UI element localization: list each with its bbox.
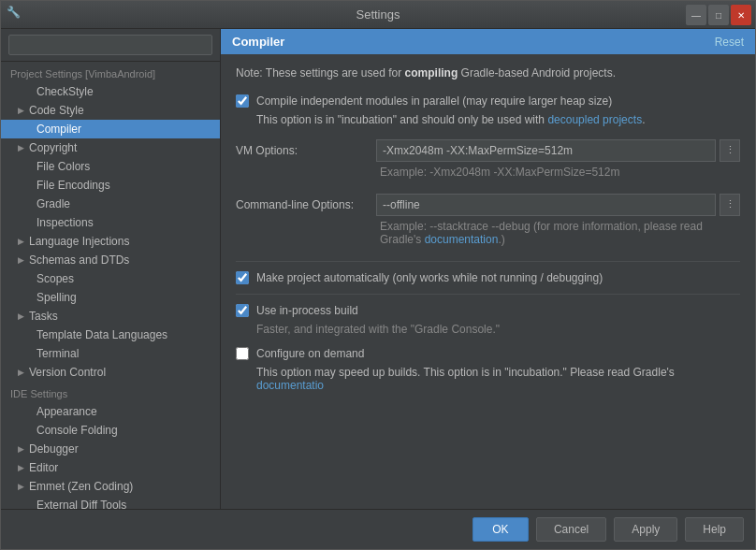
button-bar: OK Cancel Apply Help	[1, 509, 755, 549]
configure-on-demand-checkbox[interactable]	[236, 347, 249, 360]
sidebar-item-compiler[interactable]: Compiler	[1, 120, 220, 138]
vm-options-input-wrap: ⋮	[376, 139, 740, 162]
sidebar-item-language-injections[interactable]: ▶ Language Injections	[1, 232, 220, 251]
help-button[interactable]: Help	[685, 517, 744, 542]
configure-on-demand-desc: This option may speed up builds. This op…	[236, 366, 740, 392]
in-process-label[interactable]: Use in-process build	[256, 304, 358, 317]
sidebar-item-code-style[interactable]: ▶ Code Style	[1, 101, 220, 120]
search-box	[1, 29, 220, 62]
parallel-checkbox-row: Compile independent modules in parallel …	[236, 94, 740, 108]
arrow-icon: ▶	[14, 255, 27, 265]
incubation-text: This option is in "incubation" and shoul…	[236, 113, 740, 126]
window-controls: — □ ✕	[686, 5, 751, 25]
sidebar-label-code-style: Code Style	[27, 103, 86, 118]
cmdline-example-suffix: .)	[498, 233, 504, 246]
arrow-icon: ▶	[14, 444, 27, 454]
cmdline-options-input-wrap: ⋮	[376, 194, 740, 216]
cmdline-options-input[interactable]	[376, 194, 716, 216]
sidebar-item-appearance[interactable]: Appearance	[1, 402, 220, 421]
auto-make-label[interactable]: Make project automatically (only works w…	[256, 271, 603, 284]
sidebar-item-editor[interactable]: ▶ Editor	[1, 458, 220, 477]
note-suffix: Gradle-based Android projects.	[458, 66, 616, 80]
sidebar-label-editor: Editor	[27, 460, 60, 475]
settings-header: Compiler Reset	[221, 29, 755, 54]
note-prefix: Note: These settings are used for	[236, 66, 405, 80]
sidebar-item-template-data-languages[interactable]: Template Data Languages	[1, 326, 220, 344]
maximize-button[interactable]: □	[708, 5, 729, 25]
cmdline-doc-link[interactable]: documentation	[425, 233, 499, 246]
window-title: Settings	[356, 7, 400, 22]
close-button[interactable]: ✕	[731, 5, 751, 25]
sidebar-item-gradle[interactable]: Gradle	[1, 195, 220, 213]
sidebar-label-language-injections: Language Injections	[27, 234, 131, 249]
sidebar-label-gradle: Gradle	[35, 196, 72, 211]
sidebar-label-version-control: Version Control	[27, 365, 108, 380]
sidebar-ide-header: IDE Settings	[1, 382, 220, 402]
sidebar-item-version-control[interactable]: ▶ Version Control	[1, 363, 220, 382]
decoupled-projects-link[interactable]: decoupled projects	[547, 113, 642, 126]
cmdline-options-row: Command-line Options: ⋮	[236, 194, 740, 216]
auto-make-checkbox[interactable]	[236, 271, 249, 284]
sidebar-item-schemas-dtds[interactable]: ▶ Schemas and DTDs	[1, 251, 220, 269]
sidebar-item-file-encodings[interactable]: File Encodings	[1, 176, 220, 195]
sidebar-label-template-data-languages: Template Data Languages	[35, 327, 169, 342]
configure-on-demand-doc-link[interactable]: documentatio	[256, 379, 324, 392]
configure-on-demand-row: Configure on demand	[236, 347, 740, 360]
vm-options-browse-button[interactable]: ⋮	[720, 139, 740, 162]
configure-on-demand-label[interactable]: Configure on demand	[256, 347, 364, 360]
ok-button[interactable]: OK	[472, 517, 529, 542]
app-icon: 🔧	[7, 6, 25, 24]
arrow-icon: ▶	[14, 311, 27, 321]
sidebar-label-file-encodings: File Encodings	[35, 178, 112, 193]
sidebar-item-inspections[interactable]: Inspections	[1, 213, 220, 232]
minimize-button[interactable]: —	[686, 5, 706, 25]
sidebar-label-tasks: Tasks	[27, 309, 60, 324]
sidebar-label-debugger: Debugger	[27, 441, 80, 456]
sidebar-item-external-diff-tools[interactable]: External Diff Tools	[1, 496, 220, 509]
sidebar-label-checkstyle: CheckStyle	[35, 84, 95, 99]
sidebar-label-scopes: Scopes	[35, 271, 76, 286]
configure-on-demand-desc-prefix: This option may speed up builds. This op…	[256, 366, 675, 379]
settings-section-title: Compiler	[232, 35, 284, 49]
apply-button[interactable]: Apply	[614, 517, 677, 542]
sidebar-item-terminal[interactable]: Terminal	[1, 344, 220, 363]
sidebar-item-checkstyle[interactable]: CheckStyle	[1, 82, 220, 101]
sidebar-label-terminal: Terminal	[35, 346, 80, 361]
sidebar-item-copyright[interactable]: ▶ Copyright	[1, 138, 220, 157]
sidebar-item-spelling[interactable]: Spelling	[1, 288, 220, 307]
title-bar: 🔧 Settings — □ ✕	[1, 1, 755, 29]
incubation-text-2: .	[642, 113, 645, 126]
sidebar-item-emmet[interactable]: ▶ Emmet (Zen Coding)	[1, 477, 220, 496]
sidebar-label-console-folding: Console Folding	[35, 423, 120, 438]
sidebar-item-tasks[interactable]: ▶ Tasks	[1, 307, 220, 326]
search-input[interactable]	[8, 35, 212, 55]
sidebar-item-debugger[interactable]: ▶ Debugger	[1, 440, 220, 458]
arrow-icon: ▶	[14, 463, 27, 472]
sidebar-label-appearance: Appearance	[35, 404, 99, 419]
sidebar-label-spelling: Spelling	[35, 290, 79, 305]
cmdline-options-label: Command-line Options:	[236, 198, 376, 211]
in-process-checkbox[interactable]	[236, 304, 249, 317]
sidebar-item-scopes[interactable]: Scopes	[1, 269, 220, 288]
sidebar-label-external-diff-tools: External Diff Tools	[35, 498, 128, 509]
note-bold: compiling	[405, 66, 458, 80]
vm-options-input[interactable]	[376, 139, 716, 162]
sidebar-tree: Project Settings [VimbaAndroid] CheckSty…	[1, 62, 220, 509]
separator2	[236, 294, 740, 295]
sidebar-item-file-colors[interactable]: File Colors	[1, 157, 220, 176]
vm-options-row: VM Options: ⋮	[236, 139, 740, 162]
sidebar-item-console-folding[interactable]: Console Folding	[1, 421, 220, 440]
reset-link[interactable]: Reset	[715, 36, 744, 49]
cmdline-options-example: Example: --stacktrace --debug (for more …	[236, 220, 740, 246]
in-process-desc: Faster, and integrated with the "Gradle …	[236, 323, 740, 336]
main-content: Compiler Reset Note: These settings are …	[221, 29, 755, 509]
arrow-icon: ▶	[14, 482, 27, 491]
sidebar-label-copyright: Copyright	[27, 140, 79, 155]
settings-body: Note: These settings are used for compil…	[221, 54, 755, 509]
parallel-checkbox-label[interactable]: Compile independent modules in parallel …	[256, 94, 612, 108]
separator	[236, 261, 740, 262]
cmdline-options-browse-button[interactable]: ⋮	[720, 194, 740, 216]
sidebar-label-file-colors: File Colors	[35, 159, 92, 174]
cancel-button[interactable]: Cancel	[536, 517, 606, 542]
parallel-checkbox[interactable]	[236, 94, 249, 108]
